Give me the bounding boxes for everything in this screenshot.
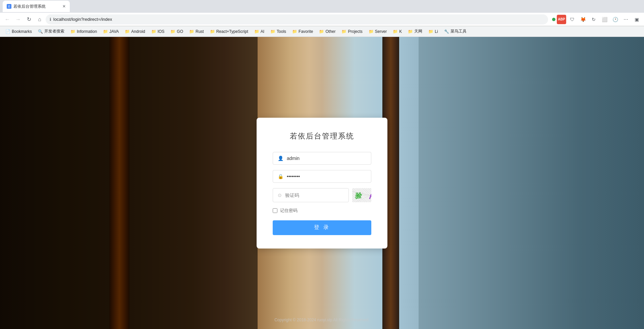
tab-favicon: 若	[7, 4, 11, 9]
bookmark-ai[interactable]: 📁 AI	[252, 28, 267, 35]
url-text: localhost/login?redirect=/index	[53, 17, 112, 22]
bookmark-label: Server	[375, 29, 387, 34]
folder-icon: 📁	[369, 29, 374, 34]
bookmark-other[interactable]: 📁 Other	[316, 28, 338, 35]
folder-icon: 📁	[270, 29, 275, 34]
bookmark-label: Tools	[277, 29, 286, 34]
folder-icon: 📁	[103, 29, 108, 34]
bookmark-label: Rust	[196, 29, 204, 34]
bookmark-label: 开发者搜索	[44, 29, 64, 34]
remember-checkbox[interactable]	[273, 208, 277, 213]
browser-tab[interactable]: 若 若依后台管理系统 ✕	[3, 1, 70, 12]
folder-icon: 📁	[125, 29, 130, 34]
split-view-button[interactable]: ⬜	[600, 15, 609, 24]
folder-icon: 📁	[70, 29, 75, 34]
folder-icon: 📁	[170, 29, 175, 34]
password-input[interactable]	[287, 174, 366, 179]
bookmark-tools[interactable]: 📁 Tools	[268, 28, 289, 35]
bookmark-label: React+TypeScript	[216, 29, 248, 34]
bookmark-ios[interactable]: 📁 IOS	[149, 28, 167, 35]
bookmark-android[interactable]: 📁 Android	[122, 28, 148, 35]
bookmark-li[interactable]: 📁 Li	[426, 28, 440, 35]
tab-bar: 若 若依后台管理系统 ✕	[0, 0, 644, 13]
more-button[interactable]: ⋯	[621, 15, 631, 24]
tab-close-button[interactable]: ✕	[62, 4, 66, 9]
bookmark-label: Projects	[348, 29, 362, 34]
bookmark-k[interactable]: 📁 K	[390, 28, 405, 35]
bookmark-label: K	[399, 29, 402, 34]
forward-button[interactable]: →	[13, 15, 23, 24]
folder-icon: 📁	[393, 29, 398, 34]
bookmark-label: Android	[131, 29, 145, 34]
extension-button-2[interactable]: 🦊	[578, 15, 588, 24]
captcha-row: ⊙ 验 H t j	[273, 188, 371, 202]
home-button[interactable]: ⌂	[35, 15, 44, 24]
bookmark-tianwang[interactable]: 📁 天网	[405, 28, 425, 35]
folder-icon: 📁	[189, 29, 194, 34]
login-title: 若依后台管理系统	[273, 131, 371, 141]
bookmark-label: Other	[325, 29, 335, 34]
abp-button[interactable]: ABP	[557, 15, 566, 24]
bookmark-bookmarks[interactable]: 📄 Bookmarks	[3, 28, 35, 35]
login-button[interactable]: 登 录	[273, 220, 371, 235]
bookmarks-icon: 📄	[5, 29, 10, 34]
back-button[interactable]: ←	[3, 15, 12, 24]
password-field: 🔒	[273, 170, 371, 183]
username-input[interactable]	[287, 156, 366, 161]
bookmark-label: 菜鸟工具	[450, 29, 467, 34]
bookmark-projects[interactable]: 📁 Projects	[339, 28, 365, 35]
bookmark-dev-search[interactable]: 🔍 开发者搜索	[35, 28, 67, 35]
folder-icon: 📁	[341, 29, 346, 34]
username-field: 👤	[273, 152, 371, 165]
page-footer: Copyright © 2018-2024 ruoyi.vip All Righ…	[0, 318, 644, 322]
remember-label[interactable]: 记住密码	[280, 208, 298, 214]
remember-row: 记住密码	[273, 208, 371, 214]
status-indicator	[552, 18, 555, 21]
refresh-button[interactable]: ↻	[24, 15, 34, 24]
address-bar-row: ← → ↻ ⌂ ℹ localhost/login?redirect=/inde…	[0, 13, 644, 26]
login-card: 若依后台管理系统 👤 🔒 ⊙	[257, 118, 387, 249]
bookmark-java[interactable]: 📁 JAVA	[100, 28, 121, 35]
bookmark-information[interactable]: 📁 Information	[68, 28, 100, 35]
bookmark-label: 天网	[414, 29, 422, 34]
folder-icon: 📁	[428, 29, 433, 34]
folder-icon: 📁	[254, 29, 259, 34]
bookmark-label: IOS	[158, 29, 165, 34]
extension-button-1[interactable]: 🛡	[568, 15, 577, 24]
bg-overlay-right	[419, 37, 644, 329]
folder-icon: 📁	[408, 29, 413, 34]
bookmark-label: GO	[177, 29, 183, 34]
bookmark-server[interactable]: 📁 Server	[366, 28, 389, 35]
tab-title: 若依后台管理系统	[13, 4, 46, 9]
folder-icon: 📁	[210, 29, 215, 34]
bookmark-favorite[interactable]: 📁 Favorite	[289, 28, 316, 35]
captcha-noise	[352, 188, 371, 202]
address-bar[interactable]: ℹ localhost/login?redirect=/index	[46, 14, 548, 24]
dev-search-icon: 🔍	[38, 29, 43, 34]
bookmark-label: Bookmarks	[12, 29, 32, 34]
bookmark-react-ts[interactable]: 📁 React+TypeScript	[207, 28, 251, 35]
sidebar-button[interactable]: ▣	[632, 15, 641, 24]
sync-button[interactable]: ↻	[589, 15, 598, 24]
bookmark-label: Information	[77, 29, 97, 34]
folder-icon: 📁	[151, 29, 156, 34]
bookmark-go[interactable]: 📁 GO	[168, 28, 186, 35]
tools-icon: 🔧	[444, 29, 449, 34]
bookmark-rust[interactable]: 📁 Rust	[186, 28, 207, 35]
captcha-input[interactable]	[285, 193, 344, 198]
bookmark-label: Li	[435, 29, 438, 34]
history-button[interactable]: 🕐	[610, 15, 620, 24]
captcha-icon: ⊙	[278, 193, 282, 198]
main-content: 若依后台管理系统 👤 🔒 ⊙	[0, 37, 644, 329]
captcha-image[interactable]: 验 H t j	[352, 188, 371, 202]
user-icon: 👤	[278, 156, 283, 161]
captcha-field: ⊙	[273, 188, 349, 202]
bookmark-label: Favorite	[299, 29, 313, 34]
pillar-left	[109, 37, 129, 329]
bookmark-rookie-tools[interactable]: 🔧 菜鸟工具	[441, 28, 469, 35]
folder-icon: 📁	[319, 29, 324, 34]
folder-icon: 📁	[292, 29, 297, 34]
browser-icons: ABP 🛡 🦊 ↻ ⬜ 🕐 ⋯ ▣	[552, 15, 641, 24]
lock-icon: 🔒	[278, 174, 283, 179]
bookmark-label: JAVA	[109, 29, 119, 34]
